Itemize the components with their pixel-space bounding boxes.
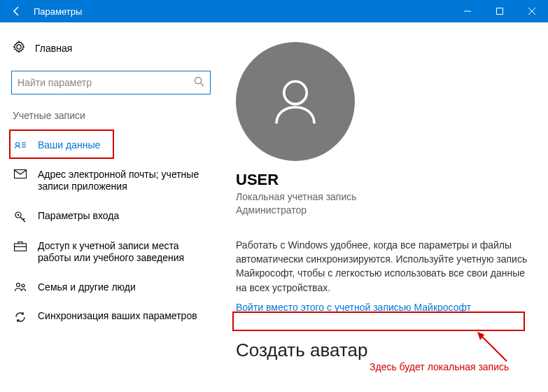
content: Главная Учетные записи Ваши данные Адрес… [0, 22, 548, 392]
titlebar: Параметры [0, 0, 548, 22]
svg-point-6 [16, 143, 20, 146]
svg-line-5 [201, 83, 204, 86]
svg-line-14 [23, 218, 24, 220]
account-role: Администратор [236, 204, 533, 217]
people-icon [14, 281, 27, 293]
briefcase-icon [14, 240, 27, 251]
id-card-icon [14, 139, 27, 150]
maximize-icon [496, 8, 503, 15]
search-input[interactable] [17, 77, 194, 88]
sidebar-item-label: Синхронизация ваших параметров [38, 310, 208, 323]
svg-point-18 [22, 284, 24, 287]
user-icon [264, 70, 327, 133]
main-panel: USER Локальная учетная запись Администра… [220, 22, 548, 392]
sidebar-item-email-accounts[interactable]: Адрес электронной почты; учетные записи … [8, 160, 213, 202]
svg-point-4 [195, 77, 201, 83]
window-title: Параметры [34, 6, 82, 17]
home-label: Главная [35, 43, 72, 54]
search-box[interactable] [11, 71, 211, 94]
back-button[interactable] [6, 0, 28, 22]
minimize-button[interactable] [451, 0, 484, 22]
search-icon [194, 76, 204, 89]
account-type: Локальная учетная запись [236, 190, 533, 204]
create-avatar-heading: Создать аватар [236, 340, 533, 361]
svg-line-13 [20, 217, 25, 222]
svg-point-12 [17, 214, 19, 215]
sidebar-item-work-access[interactable]: Доступ к учетной записи места работы или… [8, 232, 213, 273]
svg-rect-1 [497, 8, 503, 15]
sidebar: Главная Учетные записи Ваши данные Адрес… [0, 22, 220, 392]
minimize-icon [464, 8, 471, 15]
close-icon [528, 8, 535, 15]
gear-icon [13, 41, 25, 55]
arrow-left-icon [11, 6, 22, 17]
sidebar-item-family[interactable]: Семья и другие люди [8, 273, 213, 302]
svg-point-19 [284, 81, 307, 104]
sync-description: Работать с Windows удобнее, когда все па… [236, 238, 533, 295]
sidebar-item-label: Параметры входа [38, 210, 208, 223]
key-icon [14, 210, 27, 223]
window-controls [451, 0, 548, 22]
sidebar-item-signin-options[interactable]: Параметры входа [8, 202, 213, 232]
sign-in-microsoft-link[interactable]: Войти вместо этого с учетной записью Май… [236, 302, 471, 313]
svg-point-17 [17, 283, 20, 286]
sidebar-item-label: Ваши данные [38, 139, 208, 152]
sidebar-item-label: Доступ к учетной записи места работы или… [38, 240, 208, 265]
sidebar-item-label: Адрес электронной почты; учетные записи … [38, 169, 208, 193]
maximize-button[interactable] [484, 0, 516, 22]
sidebar-item-label: Семья и другие люди [38, 281, 208, 294]
category-label: Учетные записи [8, 110, 213, 131]
sync-icon [14, 310, 27, 323]
annotation-text: Здесь будет локальная запись [370, 361, 509, 372]
svg-rect-15 [15, 244, 27, 251]
close-button[interactable] [516, 0, 548, 22]
username: USER [236, 171, 533, 189]
sidebar-item-sync[interactable]: Синхронизация ваших параметров [8, 302, 213, 332]
mail-icon [14, 169, 27, 178]
avatar [236, 42, 355, 161]
home-button[interactable]: Главная [8, 34, 213, 62]
sidebar-item-your-info[interactable]: Ваши данные [8, 131, 213, 160]
